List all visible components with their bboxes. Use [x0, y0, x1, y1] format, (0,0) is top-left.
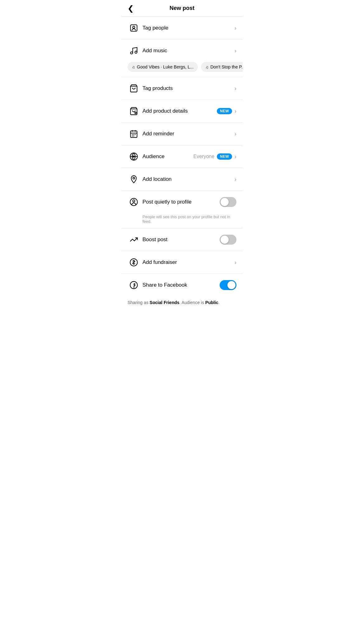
- product-details-icon: [128, 105, 140, 117]
- chevron-icon: ›: [235, 259, 236, 266]
- add-reminder-label: Add reminder: [142, 131, 235, 137]
- music-chips-wrapper: ♫ Good Vibes · Luke Bergs, L... ♫ Don't …: [121, 62, 243, 77]
- add-location-row[interactable]: Add location ›: [121, 168, 243, 191]
- location-icon: [128, 173, 140, 185]
- svg-point-20: [133, 200, 135, 202]
- boost-post-toggle-wrap[interactable]: [220, 235, 236, 245]
- svg-point-17: [133, 156, 135, 157]
- add-product-details-label: Add product details: [142, 108, 217, 114]
- chevron-icon: ›: [235, 25, 236, 31]
- add-reminder-right: ›: [235, 131, 236, 137]
- footer-social-friends: Social Friends: [150, 300, 180, 305]
- post-quietly-slider: [220, 197, 236, 207]
- add-fundraiser-label: Add fundraiser: [142, 259, 235, 265]
- share-facebook-row[interactable]: Share to Facebook: [121, 274, 243, 296]
- page-title: New post: [170, 5, 194, 12]
- music-chip-2[interactable]: ♫ Don't Stop the P...: [201, 62, 243, 72]
- share-facebook-toggle[interactable]: [220, 280, 236, 290]
- music-note-icon: ♫: [205, 65, 208, 69]
- tag-people-right: ›: [235, 25, 236, 31]
- boost-post-row[interactable]: Boost post: [121, 228, 243, 251]
- post-quietly-icon: [128, 196, 140, 208]
- add-location-label: Add location: [142, 176, 235, 182]
- chevron-icon: ›: [235, 48, 236, 54]
- add-music-row[interactable]: Add music ›: [121, 40, 243, 62]
- boost-post-toggle[interactable]: [220, 235, 236, 245]
- post-quietly-toggle-wrap[interactable]: [220, 197, 236, 207]
- app-header: ❮ New post: [121, 0, 243, 17]
- tag-people-label: Tag people: [142, 25, 235, 31]
- footer-prefix: Sharing as: [128, 300, 150, 305]
- add-fundraiser-right: ›: [235, 259, 236, 266]
- music-chip-2-label: Don't Stop the P...: [210, 64, 243, 69]
- svg-point-2: [131, 52, 133, 54]
- audience-icon: [128, 150, 140, 163]
- add-music-right: ›: [235, 48, 236, 54]
- music-chips-scroll[interactable]: ♫ Good Vibes · Luke Bergs, L... ♫ Don't …: [121, 62, 243, 76]
- chevron-icon: ›: [235, 176, 236, 183]
- tag-products-right: ›: [235, 85, 236, 92]
- chevron-icon: ›: [235, 131, 236, 137]
- chevron-icon: ›: [235, 153, 236, 160]
- back-button[interactable]: ❮: [128, 4, 134, 13]
- boost-post-label: Boost post: [142, 237, 220, 243]
- new-badge: NEW: [217, 108, 232, 114]
- sharing-footer: Sharing as Social Friends. Audience is P…: [121, 296, 243, 309]
- share-facebook-toggle-wrap[interactable]: [220, 280, 236, 290]
- tag-products-row[interactable]: Tag products ›: [121, 77, 243, 100]
- chevron-icon: ›: [235, 85, 236, 92]
- tag-people-row[interactable]: Tag people ›: [121, 17, 243, 40]
- add-music-label: Add music: [142, 48, 235, 54]
- boost-icon: [128, 233, 140, 246]
- audience-value: Everyone: [194, 154, 215, 159]
- boost-post-slider: [220, 235, 236, 245]
- music-chip-1[interactable]: ♫ Good Vibes · Luke Bergs, L...: [128, 62, 198, 72]
- fundraiser-icon: [128, 256, 140, 269]
- chevron-icon: ›: [235, 108, 236, 115]
- tag-products-icon: [128, 82, 140, 95]
- add-product-details-right: NEW ›: [217, 108, 236, 115]
- svg-rect-0: [131, 25, 137, 31]
- music-chip-1-label: Good Vibes · Luke Bergs, L...: [137, 64, 194, 69]
- add-product-details-row[interactable]: Add product details NEW ›: [121, 100, 243, 123]
- music-icon: [128, 45, 140, 57]
- footer-mid: . Audience is: [180, 300, 205, 305]
- svg-point-3: [135, 51, 137, 53]
- footer-public: Public: [205, 300, 218, 305]
- new-badge: NEW: [217, 153, 232, 160]
- share-facebook-slider: [220, 280, 236, 290]
- svg-point-18: [133, 177, 135, 179]
- reminder-icon: [128, 128, 140, 140]
- audience-row[interactable]: Audience Everyone NEW ›: [121, 145, 243, 168]
- audience-label: Audience: [142, 153, 194, 160]
- footer-end: .: [218, 300, 220, 305]
- tag-products-label: Tag products: [142, 85, 235, 92]
- facebook-icon: [128, 279, 140, 291]
- share-facebook-label: Share to Facebook: [142, 282, 220, 288]
- tag-people-icon: [128, 22, 140, 34]
- post-quietly-toggle[interactable]: [220, 197, 236, 207]
- music-note-icon: ♫: [132, 65, 135, 69]
- post-quietly-description: People will see this post on your profil…: [121, 213, 243, 228]
- audience-right: Everyone NEW ›: [194, 153, 237, 160]
- post-quietly-row[interactable]: Post quietly to profile: [121, 191, 243, 213]
- add-reminder-row[interactable]: Add reminder ›: [121, 123, 243, 145]
- add-location-right: ›: [235, 176, 236, 183]
- add-fundraiser-row[interactable]: Add fundraiser ›: [121, 251, 243, 274]
- svg-point-1: [133, 26, 135, 28]
- post-quietly-label: Post quietly to profile: [142, 199, 220, 205]
